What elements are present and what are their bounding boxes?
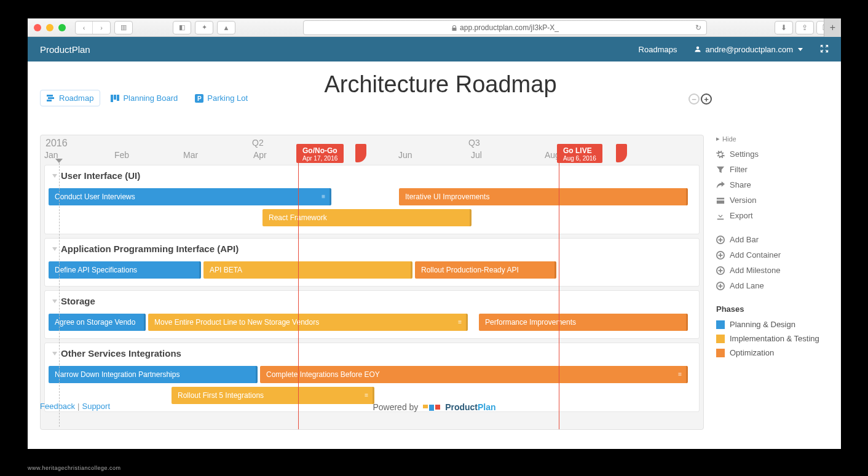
share-icon[interactable]: ⇪ xyxy=(795,21,814,34)
phases-heading: Phases xyxy=(716,302,827,317)
nav-back-icon[interactable]: ‹ xyxy=(76,22,93,34)
roadmap-bar[interactable]: Complete Integrations Before EOY≡ xyxy=(260,366,688,383)
roadmap-bar[interactable]: Performance Improvements xyxy=(479,314,688,331)
download-icon[interactable]: ⬇ xyxy=(775,21,793,34)
window-minimize-icon[interactable] xyxy=(46,24,53,31)
address-text: app.productplan.com/jI3kP-X_ xyxy=(460,23,559,32)
svg-rect-1 xyxy=(48,97,54,99)
legend-item[interactable]: Planning & Design xyxy=(716,317,827,331)
add-bar[interactable]: Add Bar xyxy=(716,232,827,247)
version-icon xyxy=(716,196,725,205)
month-label: Apr xyxy=(253,150,267,160)
window-close-icon[interactable] xyxy=(34,24,41,31)
roadmap-bar[interactable]: Define API Specifications xyxy=(49,261,201,279)
nav-roadmaps[interactable]: Roadmaps xyxy=(639,45,677,54)
legend-item[interactable]: Implementation & Testing xyxy=(716,331,827,346)
zoom-in-button[interactable]: + xyxy=(701,93,712,105)
month-label: Feb xyxy=(114,150,129,160)
toolbar-extension-2[interactable]: ✦ xyxy=(195,21,213,34)
add-lane[interactable]: Add Lane xyxy=(716,278,827,293)
svg-rect-9 xyxy=(717,200,724,204)
chevron-right-icon: ▸ xyxy=(716,135,720,143)
svg-rect-2 xyxy=(47,100,52,101)
productplan-logo-icon xyxy=(423,405,440,411)
download-icon xyxy=(716,212,725,220)
sidebar-export[interactable]: Export xyxy=(716,208,827,223)
filter-icon xyxy=(716,165,725,174)
roadmap-icon xyxy=(47,95,55,102)
year-label: 2016 xyxy=(45,138,68,149)
legend-swatch xyxy=(716,320,725,329)
panel-icon: ▥ xyxy=(115,22,132,34)
svg-rect-8 xyxy=(717,197,724,199)
reload-icon[interactable]: ↻ xyxy=(695,23,701,32)
sidebar-settings[interactable]: Settings xyxy=(716,146,827,162)
roadmap-bar[interactable]: Conduct User Interviews≡ xyxy=(49,188,331,205)
roadmap-bar[interactable]: Rollout First 5 Integrations≡ xyxy=(172,387,374,404)
roadmap-bar[interactable]: Narrow Down Integration Partnerships xyxy=(49,366,258,383)
roadmap-bar[interactable]: React Framework xyxy=(262,209,471,226)
lane-header[interactable]: Storage xyxy=(45,291,699,311)
sidebar: ▸ Hide Settings Filter Share Version Exp… xyxy=(704,135,827,430)
plus-circle-icon xyxy=(716,266,725,275)
legend-swatch xyxy=(716,349,725,357)
legend-label: Planning & Design xyxy=(730,320,795,329)
grip-icon: ≡ xyxy=(322,193,326,200)
window-maximize-icon[interactable] xyxy=(58,24,66,31)
svg-text:P: P xyxy=(197,95,202,102)
sidebar-share[interactable]: Share xyxy=(716,177,827,192)
month-label: Jun xyxy=(398,150,412,160)
legend-label: Implementation & Testing xyxy=(730,334,819,343)
user-menu[interactable]: andre@productplan.com xyxy=(694,45,803,54)
legend-item[interactable]: Optimization xyxy=(716,346,827,360)
milestone[interactable]: Go LIVEAug 6, 2016 xyxy=(557,144,602,163)
lane: StorageAgree on Storage VendoMove Entire… xyxy=(44,290,700,339)
svg-rect-5 xyxy=(117,95,119,101)
tab-planning-board[interactable]: Planning Board xyxy=(104,90,184,106)
warning-icon: ▲ xyxy=(218,22,235,34)
expand-icon xyxy=(820,44,829,53)
roadmap-bar[interactable]: API BETA xyxy=(203,261,412,279)
sidebar-filter[interactable]: Filter xyxy=(716,162,827,177)
brand-label[interactable]: ProductPlan xyxy=(40,44,90,55)
legend-label: Optimization xyxy=(730,348,774,357)
timeline-header: 2016 Q2Q3 JanFebMarAprJunJulAug xyxy=(41,135,703,164)
toolbar-extension-1[interactable]: ◧ xyxy=(173,21,191,34)
share-arrow-icon xyxy=(716,181,725,189)
nav-forward-icon[interactable]: › xyxy=(93,22,110,34)
fullscreen-button[interactable] xyxy=(820,44,829,55)
sidebar-version[interactable]: Version xyxy=(716,192,827,208)
add-milestone[interactable]: Add Milestone xyxy=(716,263,827,278)
address-bar[interactable]: app.productplan.com/jI3kP-X_ ↻ xyxy=(303,20,707,35)
lane-header[interactable]: User Interface (UI) xyxy=(45,165,699,186)
add-container[interactable]: Add Container xyxy=(716,247,827,263)
toolbar-warning[interactable]: ▲ xyxy=(217,21,235,34)
month-label: Jul xyxy=(471,150,482,160)
lane-title: User Interface (UI) xyxy=(61,170,140,181)
timeline[interactable]: 2016 Q2Q3 JanFebMarAprJunJulAug Go/No-Go… xyxy=(40,135,704,430)
milestone-line xyxy=(559,162,559,429)
new-tab-button[interactable]: + xyxy=(824,18,841,37)
tab-parking-lot[interactable]: P Parking Lot xyxy=(188,90,254,106)
roadmap-bar[interactable]: Move Entire Product Line to New Storage … xyxy=(148,314,468,331)
roadmap-bar[interactable]: Agree on Storage Vendo xyxy=(49,314,146,331)
month-label: Mar xyxy=(183,150,198,160)
milestone[interactable]: Go/No-GoApr 17, 2016 xyxy=(296,144,344,163)
hide-sidebar[interactable]: ▸ Hide xyxy=(716,135,827,143)
footer-powered: Powered by ProductPlan xyxy=(28,402,841,412)
nav-back-forward[interactable]: ‹ › xyxy=(75,21,111,34)
zoom-out-button[interactable]: − xyxy=(688,93,700,105)
chevron-down-icon xyxy=(52,352,57,355)
sidebar-toggle[interactable]: ▥ xyxy=(114,21,133,34)
roadmap-bar[interactable]: Rollout Production-Ready API xyxy=(415,261,556,279)
browser-chrome: ‹ › ▥ ◧ ✦ ▲ app.productplan.com/jI3kP-X_… xyxy=(28,18,841,37)
lock-icon xyxy=(451,25,457,31)
grip-icon: ≡ xyxy=(365,392,369,399)
tab-roadmap[interactable]: Roadmap xyxy=(40,90,100,106)
lane-header[interactable]: Other Services Integrations xyxy=(45,343,699,363)
roadmap-bar[interactable]: Iterative UI Improvements xyxy=(399,188,688,205)
lane-title: Application Programming Interface (API) xyxy=(61,244,239,254)
svg-rect-0 xyxy=(47,95,53,97)
lane-header[interactable]: Application Programming Interface (API) xyxy=(45,239,699,259)
plus-circle-icon xyxy=(716,236,725,244)
